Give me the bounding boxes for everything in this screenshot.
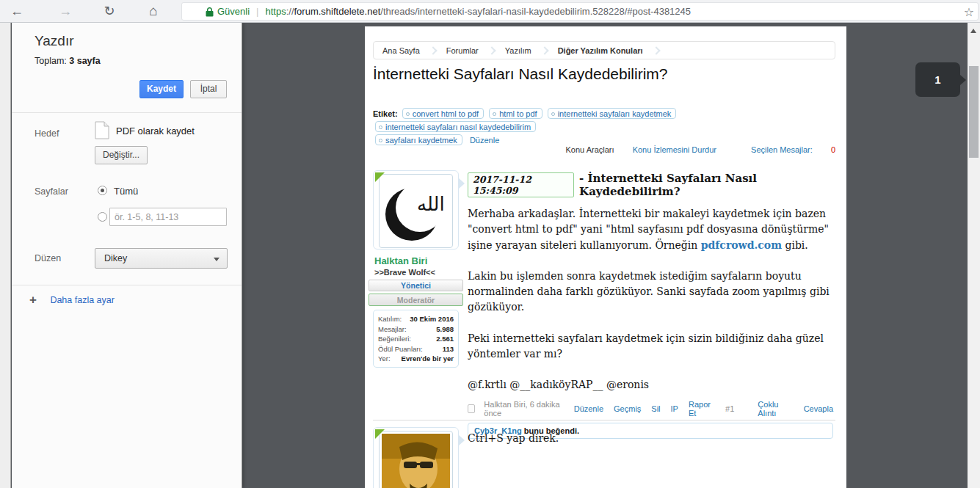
post1-header: 2017-11-12 15:45:09 - İnternetteki Sayfa… xyxy=(468,172,833,198)
bookmark-star-icon[interactable]: ☆ xyxy=(964,5,974,19)
post-paragraph: Lakin bu işlemden sonra kaydetmek istedi… xyxy=(468,269,833,316)
post1-body: Merhaba arkadaşlar. İnternetteki bir mak… xyxy=(468,206,833,393)
layout-select[interactable]: Dikey xyxy=(95,248,228,269)
portrait-avatar-image xyxy=(382,434,450,488)
message-pointer-icon xyxy=(458,178,465,189)
destination-value: PDF olarak kaydet xyxy=(116,125,195,136)
tag-icon xyxy=(406,112,410,116)
pdf-file-icon xyxy=(95,121,109,139)
svg-text:الله: الله xyxy=(417,193,445,215)
post-mentions: @f.krtlı @__kadıköyRAP__ @eronis xyxy=(468,377,833,393)
breadcrumb-current[interactable]: Diğer Yazılım Konuları xyxy=(549,46,652,55)
home-icon[interactable]: ⌂ xyxy=(144,1,163,21)
unwatch-thread-link[interactable]: Konu İzlemesini Durdur xyxy=(633,145,716,154)
pages-all-label[interactable]: Tümü xyxy=(114,186,138,197)
tag-icon xyxy=(551,112,555,116)
tag-pill[interactable]: convert html to pdf xyxy=(402,108,484,119)
thread-tools-row: Konu Araçları Konu İzlemesini Durdur Seç… xyxy=(373,145,835,154)
breadcrumb-software[interactable]: Yazılım xyxy=(496,46,540,55)
post-timestamp: 2017-11-12 15:45:09 xyxy=(468,172,574,197)
avatar[interactable]: الله xyxy=(379,174,453,248)
tag-pill[interactable]: internetteki sayfaları nasıl kaydedebili… xyxy=(375,121,536,132)
preview-scrollbar[interactable] xyxy=(968,23,980,488)
tag-pill[interactable]: internetteki sayfaları kaydetmek xyxy=(548,108,677,119)
change-destination-button[interactable]: Değiştir... xyxy=(95,146,148,164)
total-pages: Toplam: 3 sayfa xyxy=(35,56,101,66)
moderator-banner: Moderatör xyxy=(369,294,463,306)
post-number[interactable]: #1 xyxy=(725,404,734,413)
pages-range-radio[interactable] xyxy=(98,212,107,222)
report-link[interactable]: Rapor Et xyxy=(689,400,715,418)
stat-row: Katılım:30 Ekim 2016 xyxy=(378,314,454,324)
chevron-down-icon xyxy=(214,258,219,261)
admin-banner: Yönetici xyxy=(369,280,463,291)
breadcrumb-chevron-icon xyxy=(540,46,548,54)
refresh-icon[interactable]: ↻ xyxy=(100,1,119,21)
url-divider: | xyxy=(256,6,258,17)
delete-link[interactable]: Sil xyxy=(651,404,660,413)
post1-content: 2017-11-12 15:45:09 - İnternetteki Sayfa… xyxy=(468,172,833,439)
stat-row: Beğenileri:2.561 xyxy=(378,334,454,344)
print-dialog-title: Yazdır xyxy=(35,33,74,49)
tag-pill[interactable]: sayfaları kaydetmek xyxy=(375,134,462,145)
url-path: /threads/internetteki-sayfalari-nasil-ka… xyxy=(380,6,691,17)
print-settings-panel: Yazdır Toplam: 3 sayfa Kaydet İptal Hede… xyxy=(12,23,242,488)
select-post-checkbox[interactable] xyxy=(468,404,475,413)
breadcrumb: Ana Sayfa Forumlar Yazılım Diğer Yazılım… xyxy=(373,41,835,59)
back-icon[interactable]: ← xyxy=(7,1,26,21)
post-author-time: Halktan Biri, 6 dakika önce xyxy=(484,400,563,418)
thread-title: İnternetteki Sayfaları Nasıl Kaydedebili… xyxy=(373,65,668,83)
preview-page-number-badge: 1 xyxy=(915,62,960,97)
username-link[interactable]: Halktan Biri xyxy=(374,255,427,266)
browser-toolbar: ← → ↻ ⌂ Güvenli | https://forum.shiftdel… xyxy=(0,0,980,23)
print-preview-page: Ana Sayfa Forumlar Yazılım Diğer Yazılım… xyxy=(365,26,846,488)
layout-selected-value: Dikey xyxy=(104,253,127,263)
post-paragraph: Merhaba arkadaşlar. İnternetteki bir mak… xyxy=(468,206,833,253)
message-pointer-icon xyxy=(458,434,465,446)
tag-pill[interactable]: html to pdf xyxy=(489,108,542,119)
breadcrumb-chevron-icon xyxy=(429,46,437,54)
tag-icon xyxy=(379,139,382,142)
pages-label: Sayfalar xyxy=(35,186,68,197)
post-paragraph: Ctrl+S yap direk. xyxy=(468,431,833,446)
scroll-up-arrow-icon[interactable] xyxy=(970,29,976,33)
pdfcrowd-link[interactable]: pdfcrowd.com xyxy=(701,239,782,251)
breadcrumb-forums[interactable]: Forumlar xyxy=(438,46,487,55)
security-label: Güvenli xyxy=(217,6,250,17)
user-card-post1: الله xyxy=(373,170,459,250)
breadcrumb-home[interactable]: Ana Sayfa xyxy=(374,46,429,55)
plus-icon: + xyxy=(29,293,37,307)
overlay-edge-strip xyxy=(0,23,11,488)
url-scheme: https xyxy=(265,6,286,17)
avatar[interactable] xyxy=(379,431,453,488)
tags-edit-link[interactable]: Düzenle xyxy=(470,136,499,145)
pages-all-radio[interactable] xyxy=(98,186,107,195)
forward-icon[interactable]: → xyxy=(56,1,75,21)
panel-divider-2 xyxy=(12,285,242,285)
multi-quote-link[interactable]: Çoklu Alıntı xyxy=(758,400,791,418)
selected-messages-link[interactable]: Seçilen Mesajlar: 0 xyxy=(735,145,835,154)
tag-icon xyxy=(379,125,382,129)
reply-link[interactable]: Cevapla xyxy=(804,404,833,413)
history-link[interactable]: Geçmiş xyxy=(614,404,641,413)
destination-label: Hedef xyxy=(35,128,59,139)
post-title: - İnternetteki Sayfaları Nasıl Kaydedebi… xyxy=(579,172,833,198)
save-button[interactable]: Kaydet xyxy=(139,80,184,98)
lock-icon xyxy=(206,7,214,17)
post-separator xyxy=(373,420,835,420)
post1-footer: Halktan Biri, 6 dakika önce Düzenle Geçm… xyxy=(468,400,833,418)
address-bar[interactable]: Güvenli | https://forum.shiftdelete.net/… xyxy=(181,2,979,21)
user-tagline: >>Brave Wolf<< xyxy=(374,268,435,277)
post-paragraph: Peki internetteki sayfaları kaydetmek iç… xyxy=(468,331,833,363)
stat-row: Mesajlar:5.988 xyxy=(378,324,454,335)
online-indicator-icon xyxy=(375,429,385,439)
more-settings-button[interactable]: + Daha fazla ayar xyxy=(29,293,115,307)
breadcrumb-chevron-icon xyxy=(487,46,496,54)
scrollbar-thumb[interactable] xyxy=(969,66,979,158)
thread-tools-button[interactable]: Konu Araçları xyxy=(566,145,614,154)
user-card-post2 xyxy=(373,427,459,488)
ip-link[interactable]: IP xyxy=(671,404,678,413)
edit-link[interactable]: Düzenle xyxy=(574,404,603,413)
cancel-button[interactable]: İptal xyxy=(190,80,227,98)
pages-range-input[interactable] xyxy=(109,208,227,226)
